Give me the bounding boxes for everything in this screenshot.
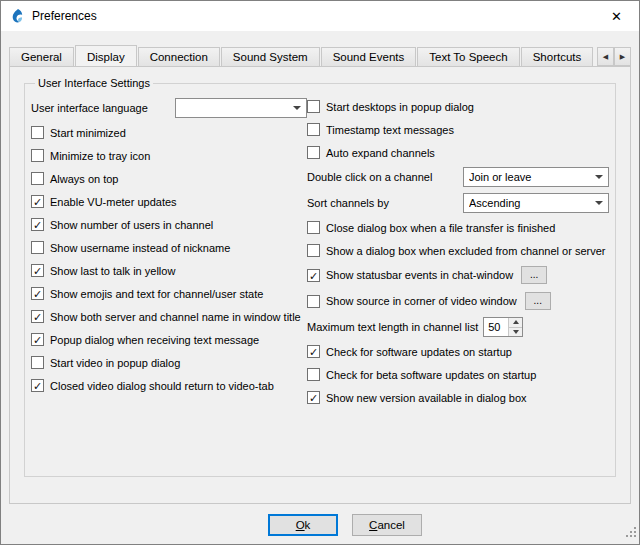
checkbox-label: Show source in corner of video window: [326, 295, 517, 307]
right-column: Start desktops in popup dialogTimestamp …: [307, 95, 609, 409]
checkbox-unchecked[interactable]: [31, 126, 44, 139]
checkbox-label: Always on top: [50, 173, 118, 185]
chevron-down-icon: [293, 106, 301, 110]
checkbox-row[interactable]: ✓Show new version available in dialog bo…: [307, 386, 609, 409]
checkbox-row[interactable]: Close dialog box when a file transfer is…: [307, 216, 609, 239]
spinner-buttons: [508, 318, 522, 336]
right-mid-checkbox-list: Close dialog box when a file transfer is…: [307, 216, 609, 314]
resize-grip[interactable]: [624, 524, 637, 542]
checkbox-row[interactable]: Always on top: [31, 167, 307, 190]
chevron-down-icon: [595, 201, 603, 205]
checkbox-row[interactable]: Show a dialog box when excluded from cha…: [307, 239, 609, 262]
checkbox-checked[interactable]: ✓: [31, 264, 44, 277]
checkbox-row[interactable]: Start minimized: [31, 121, 307, 144]
tab-sound-system[interactable]: Sound System: [221, 47, 320, 66]
checkbox-label: Show new version available in dialog box: [326, 392, 527, 404]
checkbox-row[interactable]: ✓Show number of users in channel: [31, 213, 307, 236]
more-options-button[interactable]: ...: [525, 292, 551, 310]
checkbox-unchecked[interactable]: [307, 100, 320, 113]
tab-connection[interactable]: Connection: [138, 47, 220, 66]
checkbox-unchecked[interactable]: [307, 221, 320, 234]
right-bottom-checkbox-list: ✓Check for software updates on startupCh…: [307, 340, 609, 409]
checkbox-unchecked[interactable]: [307, 295, 320, 308]
checkbox-label: Start video in popup dialog: [50, 357, 180, 369]
tab-sound-events[interactable]: Sound Events: [321, 47, 417, 66]
checkbox-unchecked[interactable]: [31, 241, 44, 254]
checkbox-label: Show last to talk in yellow: [50, 265, 175, 277]
checkbox-label: Popup dialog when receiving text message: [50, 334, 259, 346]
tab-label: Text To Speech: [429, 51, 507, 63]
double-click-combobox-value: Join or leave: [469, 171, 589, 183]
checkbox-row[interactable]: Start video in popup dialog: [31, 351, 307, 374]
ok-button[interactable]: Ok: [268, 514, 338, 536]
checkbox-row[interactable]: Check for beta software updates on start…: [307, 363, 609, 386]
checkbox-row[interactable]: ✓Popup dialog when receiving text messag…: [31, 328, 307, 351]
checkbox-row[interactable]: ✓Check for software updates on startup: [307, 340, 609, 363]
tab-text-to-speech[interactable]: Text To Speech: [417, 47, 519, 66]
tab-label: General: [21, 51, 62, 63]
checkbox-label: Show emojis and text for channel/user st…: [50, 288, 263, 300]
checkbox-unchecked[interactable]: [307, 123, 320, 136]
groupbox-title: User Interface Settings: [35, 77, 153, 89]
sort-channels-label: Sort channels by: [307, 197, 389, 209]
tab-bar: GeneralDisplayConnectionSound SystemSoun…: [9, 45, 593, 66]
language-label: User interface language: [31, 102, 148, 114]
max-text-length-spinner[interactable]: 50: [483, 317, 523, 337]
cancel-button[interactable]: Cancel: [352, 514, 422, 536]
checkbox-checked[interactable]: ✓: [31, 333, 44, 346]
checkbox-checked[interactable]: ✓: [31, 379, 44, 392]
checkbox-checked[interactable]: ✓: [31, 195, 44, 208]
close-button[interactable]: ✕: [594, 1, 639, 31]
spin-up-icon[interactable]: [509, 318, 522, 327]
checkbox-label: Show statusbar events in chat-window: [326, 269, 513, 281]
checkbox-unchecked[interactable]: [31, 356, 44, 369]
checkbox-unchecked[interactable]: [307, 244, 320, 257]
button-row: Ok Cancel: [1, 504, 639, 545]
more-options-button[interactable]: ...: [521, 266, 547, 284]
double-click-row: Double click on a channel Join or leave: [307, 164, 609, 190]
language-combobox[interactable]: [175, 98, 307, 118]
sort-channels-combobox[interactable]: Ascending: [463, 193, 609, 213]
checkbox-row[interactable]: ✓Show both server and channel name in wi…: [31, 305, 307, 328]
max-text-length-row: Maximum text length in channel list 50: [307, 314, 609, 340]
checkbox-row[interactable]: ✓Closed video dialog should return to vi…: [31, 374, 307, 397]
left-column: User interface language Start minimizedM…: [31, 95, 307, 409]
checkbox-row[interactable]: ✓Enable VU-meter updates: [31, 190, 307, 213]
checkbox-label: Minimize to tray icon: [50, 150, 150, 162]
checkbox-label: Show a dialog box when excluded from cha…: [326, 245, 605, 257]
checkbox-label: Show number of users in channel: [50, 219, 213, 231]
checkbox-row[interactable]: Start desktops in popup dialog: [307, 95, 609, 118]
checkbox-checked[interactable]: ✓: [31, 310, 44, 323]
tab-scroll-right-button[interactable]: ▶: [614, 47, 631, 66]
checkbox-row[interactable]: Auto expand channels: [307, 141, 609, 164]
checkbox-checked[interactable]: ✓: [307, 269, 320, 282]
checkbox-checked[interactable]: ✓: [307, 391, 320, 404]
checkbox-row[interactable]: Show source in corner of video window...: [307, 288, 609, 314]
checkbox-unchecked[interactable]: [307, 368, 320, 381]
tab-scroller: ◀ ▶: [597, 47, 631, 66]
tab-shortcuts[interactable]: Shortcuts: [521, 47, 593, 66]
checkbox-row[interactable]: ✓Show last to talk in yellow: [31, 259, 307, 282]
checkbox-unchecked[interactable]: [31, 149, 44, 162]
tab-scroll-left-button[interactable]: ◀: [597, 47, 614, 66]
checkbox-checked[interactable]: ✓: [31, 218, 44, 231]
checkbox-unchecked[interactable]: [307, 146, 320, 159]
checkbox-label: Timestamp text messages: [326, 124, 454, 136]
left-checkbox-list: Start minimizedMinimize to tray iconAlwa…: [31, 121, 307, 397]
checkbox-checked[interactable]: ✓: [31, 287, 44, 300]
tab-display[interactable]: Display: [75, 45, 137, 66]
checkbox-label: Start minimized: [50, 127, 126, 139]
checkbox-row[interactable]: Show username instead of nickname: [31, 236, 307, 259]
checkbox-unchecked[interactable]: [31, 172, 44, 185]
double-click-combobox[interactable]: Join or leave: [463, 167, 609, 187]
tab-general[interactable]: General: [9, 47, 74, 66]
checkbox-label: Check for software updates on startup: [326, 346, 512, 358]
max-text-length-value[interactable]: 50: [484, 318, 508, 336]
spin-down-icon[interactable]: [509, 327, 522, 337]
checkbox-row[interactable]: Timestamp text messages: [307, 118, 609, 141]
window-title: Preferences: [32, 9, 97, 23]
checkbox-row[interactable]: ✓Show statusbar events in chat-window...: [307, 262, 609, 288]
checkbox-row[interactable]: ✓Show emojis and text for channel/user s…: [31, 282, 307, 305]
checkbox-checked[interactable]: ✓: [307, 345, 320, 358]
checkbox-row[interactable]: Minimize to tray icon: [31, 144, 307, 167]
